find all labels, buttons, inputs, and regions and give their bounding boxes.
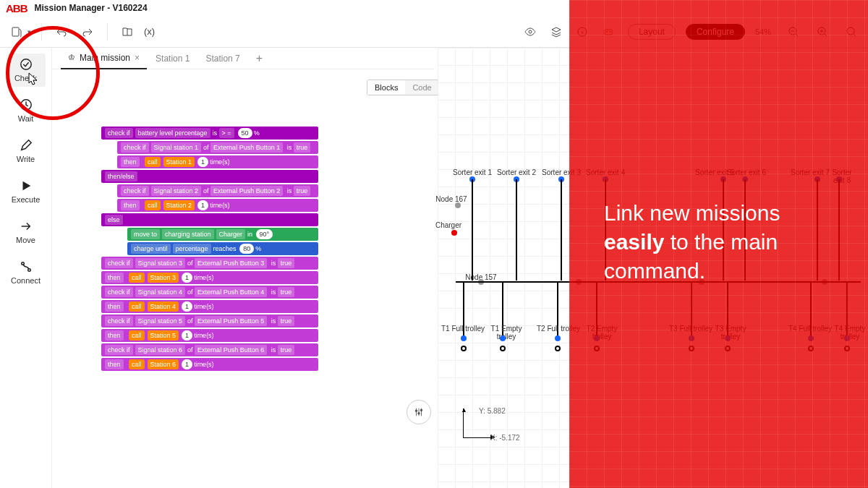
map-label: T1 Empty trolley (481, 325, 532, 341)
view-blocks[interactable]: Blocks (367, 80, 405, 95)
connect-icon (20, 260, 33, 273)
map-target[interactable] (594, 346, 600, 351)
block-then-call-3[interactable]: then callStation 31time(s) (101, 271, 318, 284)
top-toolbar: ▾ (x) Layout Configure 54% (0, 16, 868, 48)
map-target[interactable] (500, 346, 506, 351)
svg-point-1 (529, 30, 532, 33)
title-bar: ABB Mission Manager - V160224 (0, 0, 868, 16)
map-label: Node 167 (435, 195, 467, 203)
map-target[interactable] (461, 346, 467, 351)
block-then-call-5[interactable]: then callStation 51time(s) (101, 329, 318, 342)
zoom-in-button[interactable] (813, 22, 832, 41)
map-target[interactable] (844, 346, 850, 351)
tab-label: Station 1 (156, 53, 190, 64)
zoom-level: 54% (755, 27, 771, 36)
tab-add[interactable]: + (249, 48, 270, 69)
block-check-signal-4[interactable]: check ifSignal station 4of External Push… (101, 286, 318, 299)
svg-point-15 (420, 409, 422, 411)
view-code[interactable]: Code (405, 80, 438, 95)
block-check-signal-1[interactable]: check ifSignal station 1of External Push… (117, 141, 318, 154)
blocks-canvas[interactable]: check ifbattery level percentageis > =50… (101, 127, 318, 372)
map-path (561, 179, 562, 281)
visibility-icon[interactable] (521, 22, 540, 41)
zoom-out-button[interactable] (784, 22, 803, 41)
block-else[interactable]: else (101, 213, 318, 226)
block-then-else[interactable]: then/else (101, 170, 318, 183)
play-icon (20, 179, 33, 192)
block-charge-until[interactable]: charge untilpercentagereaches 80% (127, 242, 318, 255)
map-label: Charger (435, 221, 461, 229)
svg-rect-3 (605, 30, 612, 35)
map-target[interactable] (689, 346, 694, 351)
arrow-right-icon (20, 220, 33, 233)
block-check-signal-2[interactable]: check ifSignal station 2of External Push… (117, 184, 318, 197)
map-path (456, 281, 861, 283)
tool-check[interactable]: Check (7, 53, 46, 87)
map-node[interactable] (500, 335, 506, 341)
tool-write[interactable]: Write (7, 134, 46, 168)
abb-logo: ABB (6, 2, 27, 14)
map-target[interactable] (555, 346, 561, 351)
tab-station-7[interactable]: Station 7 (198, 48, 247, 69)
info-icon[interactable] (573, 22, 592, 41)
map-label: T2 Empty trolley (576, 325, 627, 341)
map-path (723, 179, 724, 281)
map-node[interactable] (555, 335, 561, 341)
tool-execute[interactable]: Execute (7, 175, 46, 208)
block-then-call-2[interactable]: then callStation 21time(s) (117, 199, 318, 212)
tab-label: Main mission (80, 53, 130, 63)
undo-button[interactable] (52, 22, 71, 41)
block-check-signal-5[interactable]: check ifSignal station 5of External Push… (101, 314, 318, 328)
block-then-call-6[interactable]: then callStation 61time(s) (101, 358, 318, 371)
block-check-signal-6[interactable]: check ifSignal station 6of External Push… (101, 343, 318, 356)
map-node[interactable] (689, 335, 694, 341)
map-label: Sorter exit 3 (542, 168, 581, 176)
tool-connect[interactable]: Connect (7, 256, 46, 289)
file-menu-button[interactable] (7, 22, 26, 41)
redo-button[interactable] (78, 22, 97, 41)
layers-icon[interactable] (547, 22, 566, 41)
tool-label: Move (16, 236, 35, 244)
library-button[interactable] (118, 22, 137, 41)
zoom-fit-button[interactable] (842, 22, 861, 41)
map-label: T3 Empty trolley (705, 325, 756, 341)
tab-main-mission[interactable]: ♔ Main mission × (61, 48, 147, 69)
tool-wait[interactable]: Wait (7, 94, 46, 127)
tab-station-1[interactable]: Station 1 (148, 48, 197, 69)
cursor-icon (28, 72, 38, 85)
layout-button[interactable]: Layout (628, 24, 676, 40)
map-node[interactable] (461, 335, 467, 341)
app-title: Mission Manager - V160224 (35, 3, 148, 13)
tool-move[interactable]: Move (7, 215, 46, 249)
variables-button[interactable]: (x) (144, 26, 155, 37)
robot-icon[interactable] (599, 22, 618, 41)
block-then-call-4[interactable]: then callStation 41time(s) (101, 300, 318, 313)
map-node[interactable] (725, 335, 731, 341)
map-label: T1 Full trolley (441, 325, 485, 333)
pencil-icon (20, 139, 33, 152)
coord-x: X: -5.172 (490, 434, 520, 442)
map-target[interactable] (808, 346, 814, 351)
map-node[interactable] (455, 202, 461, 208)
map-node[interactable] (451, 230, 457, 236)
block-then-call-1[interactable]: then callStation 11time(s) (117, 155, 318, 168)
svg-rect-0 (12, 27, 19, 36)
view-toggle: Blocks Code (367, 80, 440, 95)
block-check-battery[interactable]: check ifbattery level percentageis > =50… (101, 127, 318, 140)
map-label: T2 Full trolley (537, 325, 580, 333)
map-label: Sorter exit 7 (791, 168, 830, 176)
map-path (838, 179, 840, 281)
map-target[interactable] (725, 346, 731, 351)
block-move-to-charger[interactable]: move tocharging stationChargerin 90° (127, 228, 318, 241)
map-node[interactable] (594, 335, 600, 341)
map-node[interactable] (844, 335, 850, 341)
map-node[interactable] (808, 335, 814, 341)
editor-tabs: ♔ Main mission × Station 1 Station 7 + (52, 48, 434, 69)
configure-button[interactable]: Configure (686, 24, 745, 40)
close-icon[interactable]: × (135, 53, 140, 63)
settings-knobs-button[interactable] (407, 400, 431, 424)
clock-icon (20, 98, 33, 111)
coord-y: Y: 5.882 (479, 407, 506, 415)
svg-point-5 (609, 31, 610, 33)
block-check-signal-3[interactable]: check ifSignal station 3of External Push… (101, 257, 318, 270)
